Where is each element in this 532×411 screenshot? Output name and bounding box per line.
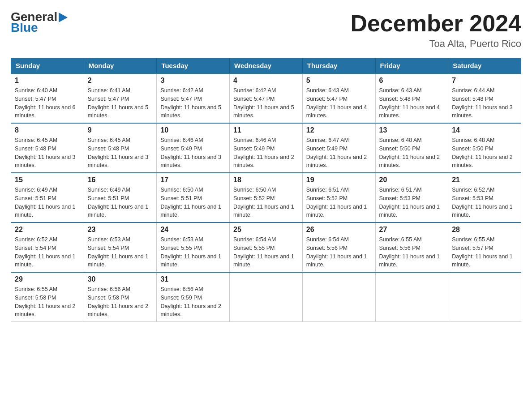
day-number: 17	[160, 176, 226, 184]
calendar-cell: 23Sunrise: 6:53 AMSunset: 5:54 PMDayligh…	[84, 223, 157, 272]
day-number: 20	[379, 176, 445, 184]
day-number: 16	[88, 176, 153, 184]
logo-arrow-icon	[59, 13, 68, 22]
calendar-cell: 3Sunrise: 6:42 AMSunset: 5:47 PMDaylight…	[157, 73, 230, 123]
page-header: General Blue December 2024 Toa Alta, Pue…	[11, 11, 521, 50]
day-info: Sunrise: 6:43 AMSunset: 5:47 PMDaylight:…	[306, 86, 372, 120]
day-info: Sunrise: 6:42 AMSunset: 5:47 PMDaylight:…	[233, 86, 299, 120]
day-number: 27	[379, 226, 445, 234]
location-title: Toa Alta, Puerto Rico	[350, 38, 521, 50]
calendar-cell: 7Sunrise: 6:44 AMSunset: 5:48 PMDaylight…	[448, 73, 521, 123]
calendar-week-row: 8Sunrise: 6:45 AMSunset: 5:48 PMDaylight…	[11, 123, 521, 173]
day-number: 8	[15, 126, 80, 134]
calendar-cell: 13Sunrise: 6:48 AMSunset: 5:50 PMDayligh…	[375, 123, 448, 173]
calendar-header-saturday: Saturday	[448, 58, 521, 74]
day-info: Sunrise: 6:49 AMSunset: 5:51 PMDaylight:…	[15, 186, 80, 219]
day-info: Sunrise: 6:51 AMSunset: 5:52 PMDaylight:…	[306, 186, 372, 219]
day-number: 19	[306, 176, 372, 184]
day-number: 18	[233, 176, 299, 184]
day-info: Sunrise: 6:45 AMSunset: 5:48 PMDaylight:…	[88, 136, 153, 170]
svg-marker-0	[59, 13, 68, 22]
day-number: 30	[88, 275, 153, 283]
calendar-cell: 10Sunrise: 6:46 AMSunset: 5:49 PMDayligh…	[157, 123, 230, 173]
calendar-cell: 17Sunrise: 6:50 AMSunset: 5:51 PMDayligh…	[157, 173, 230, 223]
calendar-cell: 29Sunrise: 6:55 AMSunset: 5:58 PMDayligh…	[11, 272, 84, 322]
day-number: 25	[233, 226, 299, 234]
day-info: Sunrise: 6:45 AMSunset: 5:48 PMDaylight:…	[15, 136, 80, 170]
calendar-cell: 30Sunrise: 6:56 AMSunset: 5:58 PMDayligh…	[84, 272, 157, 322]
day-info: Sunrise: 6:55 AMSunset: 5:57 PMDaylight:…	[452, 235, 517, 269]
day-number: 29	[15, 275, 80, 283]
calendar-header-wednesday: Wednesday	[230, 58, 303, 74]
logo: General Blue	[11, 11, 68, 34]
calendar-cell: 25Sunrise: 6:54 AMSunset: 5:55 PMDayligh…	[230, 223, 303, 272]
calendar-header-friday: Friday	[375, 58, 448, 74]
day-info: Sunrise: 6:52 AMSunset: 5:53 PMDaylight:…	[452, 186, 517, 219]
calendar-cell	[448, 272, 521, 322]
calendar-cell: 22Sunrise: 6:52 AMSunset: 5:54 PMDayligh…	[11, 223, 84, 272]
calendar-cell: 28Sunrise: 6:55 AMSunset: 5:57 PMDayligh…	[448, 223, 521, 272]
day-number: 12	[306, 126, 372, 134]
calendar-cell: 1Sunrise: 6:40 AMSunset: 5:47 PMDaylight…	[11, 73, 84, 123]
day-number: 26	[306, 226, 372, 234]
day-info: Sunrise: 6:51 AMSunset: 5:53 PMDaylight:…	[379, 186, 445, 219]
day-number: 10	[160, 126, 226, 134]
calendar-cell: 9Sunrise: 6:45 AMSunset: 5:48 PMDaylight…	[84, 123, 157, 173]
day-info: Sunrise: 6:49 AMSunset: 5:51 PMDaylight:…	[88, 186, 153, 219]
day-number: 7	[452, 77, 517, 85]
calendar-cell	[375, 272, 448, 322]
calendar-header-monday: Monday	[84, 58, 157, 74]
calendar-cell: 12Sunrise: 6:47 AMSunset: 5:49 PMDayligh…	[302, 123, 375, 173]
day-number: 21	[452, 176, 517, 184]
day-info: Sunrise: 6:44 AMSunset: 5:48 PMDaylight:…	[452, 86, 517, 120]
calendar-cell: 19Sunrise: 6:51 AMSunset: 5:52 PMDayligh…	[302, 173, 375, 223]
day-number: 1	[15, 77, 80, 85]
calendar-header-thursday: Thursday	[302, 58, 375, 74]
calendar-cell	[230, 272, 303, 322]
calendar-cell: 26Sunrise: 6:54 AMSunset: 5:56 PMDayligh…	[302, 223, 375, 272]
day-info: Sunrise: 6:53 AMSunset: 5:54 PMDaylight:…	[88, 235, 153, 269]
calendar-cell: 21Sunrise: 6:52 AMSunset: 5:53 PMDayligh…	[448, 173, 521, 223]
day-info: Sunrise: 6:54 AMSunset: 5:55 PMDaylight:…	[233, 235, 299, 269]
calendar-cell: 18Sunrise: 6:50 AMSunset: 5:52 PMDayligh…	[230, 173, 303, 223]
calendar-cell: 6Sunrise: 6:43 AMSunset: 5:48 PMDaylight…	[375, 73, 448, 123]
calendar-cell: 14Sunrise: 6:48 AMSunset: 5:50 PMDayligh…	[448, 123, 521, 173]
day-info: Sunrise: 6:42 AMSunset: 5:47 PMDaylight:…	[160, 86, 226, 120]
calendar-cell	[302, 272, 375, 322]
day-info: Sunrise: 6:50 AMSunset: 5:51 PMDaylight:…	[160, 186, 226, 219]
day-number: 3	[160, 77, 226, 85]
day-number: 28	[452, 226, 517, 234]
calendar-week-row: 29Sunrise: 6:55 AMSunset: 5:58 PMDayligh…	[11, 272, 521, 322]
day-info: Sunrise: 6:46 AMSunset: 5:49 PMDaylight:…	[233, 136, 299, 170]
calendar-cell: 4Sunrise: 6:42 AMSunset: 5:47 PMDaylight…	[230, 73, 303, 123]
calendar-cell: 8Sunrise: 6:45 AMSunset: 5:48 PMDaylight…	[11, 123, 84, 173]
day-info: Sunrise: 6:56 AMSunset: 5:58 PMDaylight:…	[88, 285, 153, 319]
calendar-cell: 15Sunrise: 6:49 AMSunset: 5:51 PMDayligh…	[11, 173, 84, 223]
day-info: Sunrise: 6:43 AMSunset: 5:48 PMDaylight:…	[379, 86, 445, 120]
day-info: Sunrise: 6:53 AMSunset: 5:55 PMDaylight:…	[160, 235, 226, 269]
month-title: December 2024	[350, 11, 521, 36]
day-number: 24	[160, 226, 226, 234]
calendar-header-tuesday: Tuesday	[157, 58, 230, 74]
calendar-header-row: SundayMondayTuesdayWednesdayThursdayFrid…	[11, 58, 521, 74]
day-number: 31	[160, 275, 226, 283]
calendar-cell: 20Sunrise: 6:51 AMSunset: 5:53 PMDayligh…	[375, 173, 448, 223]
day-info: Sunrise: 6:48 AMSunset: 5:50 PMDaylight:…	[452, 136, 517, 170]
calendar-week-row: 22Sunrise: 6:52 AMSunset: 5:54 PMDayligh…	[11, 223, 521, 272]
day-info: Sunrise: 6:55 AMSunset: 5:58 PMDaylight:…	[15, 285, 80, 319]
day-info: Sunrise: 6:46 AMSunset: 5:49 PMDaylight:…	[160, 136, 226, 170]
day-number: 11	[233, 126, 299, 134]
day-number: 2	[88, 77, 153, 85]
day-number: 4	[233, 77, 299, 85]
calendar-table: SundayMondayTuesdayWednesdayThursdayFrid…	[11, 58, 521, 322]
calendar-cell: 11Sunrise: 6:46 AMSunset: 5:49 PMDayligh…	[230, 123, 303, 173]
calendar-week-row: 1Sunrise: 6:40 AMSunset: 5:47 PMDaylight…	[11, 73, 521, 123]
day-info: Sunrise: 6:55 AMSunset: 5:56 PMDaylight:…	[379, 235, 445, 269]
day-number: 6	[379, 77, 445, 85]
day-number: 9	[88, 126, 153, 134]
day-info: Sunrise: 6:56 AMSunset: 5:59 PMDaylight:…	[160, 285, 226, 319]
logo-blue: Blue	[11, 21, 38, 34]
day-info: Sunrise: 6:41 AMSunset: 5:47 PMDaylight:…	[88, 86, 153, 120]
calendar-cell: 24Sunrise: 6:53 AMSunset: 5:55 PMDayligh…	[157, 223, 230, 272]
calendar-cell: 16Sunrise: 6:49 AMSunset: 5:51 PMDayligh…	[84, 173, 157, 223]
